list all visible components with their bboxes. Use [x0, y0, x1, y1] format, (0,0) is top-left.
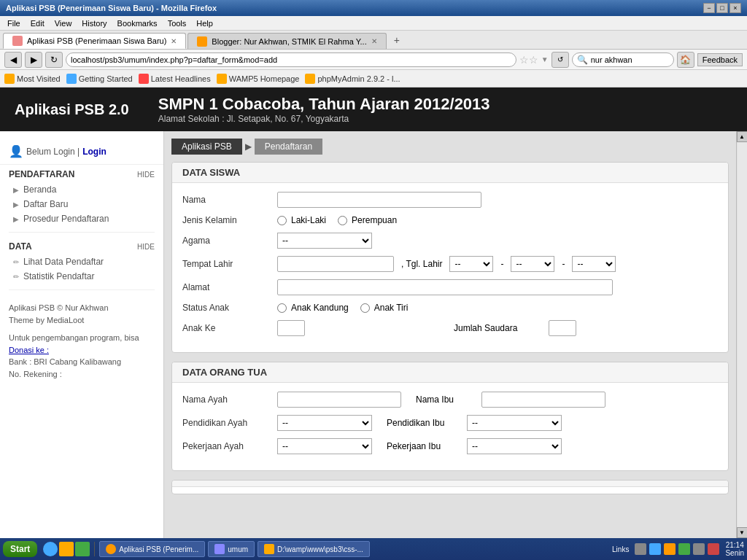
menu-bookmarks[interactable]: Bookmarks — [113, 18, 162, 29]
app-header: Aplikasi PSB 2.0 SMPN 1 Cobacoba, Tahun … — [0, 88, 747, 131]
pekerjaan-ayah-select[interactable]: -- — [277, 438, 372, 454]
menu-history[interactable]: History — [77, 18, 111, 29]
label-anak-kandung[interactable]: Anak Kandung — [291, 303, 349, 313]
sidebar: 👤 Belum Login | Login PENDAFTARAN HIDE ▶… — [0, 131, 164, 538]
pendidikan-ibu-select[interactable]: -- — [467, 415, 562, 431]
pendaftaran-hide[interactable]: HIDE — [137, 171, 155, 179]
label-anak-tiri[interactable]: Anak Tiri — [374, 303, 409, 313]
daftar-baru-icon: ▶ — [13, 201, 19, 209]
tempat-lahir-input[interactable] — [277, 256, 394, 272]
anak-ke-input[interactable] — [277, 320, 305, 336]
nama-ibu-input[interactable] — [481, 392, 605, 408]
tab-0[interactable]: Aplikasi PSB (Penerimaan Siswa Baru) ✕ — [3, 33, 186, 49]
forward-button[interactable]: ▶ — [25, 52, 42, 68]
tgl-dash-1: - — [500, 259, 503, 269]
login-link[interactable]: Login — [82, 147, 107, 157]
nama-row: Nama — [182, 192, 718, 208]
pendidikan-row: Pendidikan Ayah -- Pendidikan Ibu -- — [182, 415, 718, 431]
sidebar-item-prosedur[interactable]: ▶ Prosedur Pendaftaran — [9, 211, 155, 226]
label-laki-laki[interactable]: Laki-Laki — [291, 215, 326, 225]
url-input[interactable] — [66, 52, 516, 67]
alamat-input[interactable] — [277, 279, 613, 295]
app-title-block: SMPN 1 Cobacoba, Tahun Ajaran 2012/2013 … — [158, 95, 490, 124]
prosedur-icon: ▶ — [13, 215, 19, 223]
label-perempuan[interactable]: Perempuan — [352, 215, 397, 225]
status-anak-row: Status Anak Anak Kandung Anak Tiri — [182, 303, 718, 313]
nama-input[interactable] — [277, 192, 481, 208]
school-name: SMPN 1 Cobacoba, Tahun Ajaran 2012/2013 — [158, 95, 490, 114]
pendidikan-ibu-label: Pendidikan Ibu — [387, 418, 460, 428]
data-siswa-body: Nama Jenis Kelamin Laki-Laki Perempuan — [172, 183, 728, 352]
breadcrumb-arrow: ▶ — [245, 141, 252, 152]
back-button[interactable]: ◀ — [4, 52, 22, 68]
bookmark-getting-started[interactable]: Getting Started — [66, 74, 133, 84]
close-button[interactable]: × — [729, 3, 741, 13]
bookmark-phpmyadmin[interactable]: phpMyAdmin 2.9.2 - l... — [305, 74, 400, 84]
search-input[interactable] — [588, 55, 661, 64]
jumlah-saudara-input[interactable] — [549, 320, 576, 336]
menu-tools[interactable]: Tools — [163, 18, 191, 29]
tab-bar: Aplikasi PSB (Penerimaan Siswa Baru) ✕ B… — [0, 31, 747, 50]
radio-anak-kandung[interactable] — [277, 303, 287, 313]
tgl-dd-select[interactable]: -- — [449, 256, 493, 272]
menu-view[interactable]: View — [50, 18, 77, 29]
breadcrumb: Aplikasi PSB ▶ Pendaftaran — [171, 139, 729, 155]
tab-1[interactable]: Blogger: Nur Akhwan, STMIK El Rahma Y...… — [187, 33, 386, 49]
minimize-button[interactable]: − — [703, 3, 715, 13]
reload-button[interactable]: ↻ — [45, 52, 63, 68]
menu-help[interactable]: Help — [192, 18, 217, 29]
radio-anak-tiri[interactable] — [360, 303, 370, 313]
alamat-row: Alamat — [182, 279, 718, 295]
scroll-up-button[interactable]: ▲ — [737, 131, 748, 142]
scroll-down-button[interactable]: ▼ — [737, 527, 748, 538]
login-status-text: Belum Login | — [26, 147, 80, 157]
data-hide[interactable]: HIDE — [137, 243, 155, 251]
menu-file[interactable]: File — [3, 18, 25, 29]
pendidikan-ayah-select[interactable]: -- — [277, 415, 372, 431]
data-more-section — [171, 480, 729, 494]
menu-edit[interactable]: Edit — [26, 18, 49, 29]
refresh-button[interactable]: ↺ — [551, 52, 569, 68]
app-logo: Aplikasi PSB 2.0 — [15, 101, 129, 118]
nama-ibu-label: Nama Ibu — [416, 394, 474, 405]
jenis-kelamin-group: Laki-Laki Perempuan — [277, 215, 397, 225]
dev-text: Untuk pengembangan program, bisa — [9, 332, 155, 344]
window-controls[interactable]: − □ × — [703, 3, 741, 13]
radio-perempuan[interactable] — [338, 216, 347, 225]
agama-select[interactable]: -- — [277, 233, 372, 249]
bank-info: Bank : BRI Cabang Kalibawang — [9, 356, 155, 368]
feedback-button[interactable]: Feedback — [697, 53, 743, 66]
pekerjaan-ibu-select[interactable]: -- — [467, 438, 562, 454]
radio-laki-laki[interactable] — [277, 216, 287, 225]
data-orang-tua-body: Nama Ayah Nama Ibu Pendidikan Ayah -- Pe… — [172, 383, 728, 470]
bookmark-wamp5[interactable]: WAMP5 Homepage — [217, 74, 300, 84]
down-icon[interactable]: ▼ — [541, 55, 549, 63]
home-button[interactable]: 🏠 — [677, 52, 694, 68]
tab-1-close[interactable]: ✕ — [371, 37, 377, 45]
sidebar-section-data: DATA HIDE ✏ Lihat Data Pendaftar ✏ Stati… — [0, 237, 163, 285]
donation-link[interactable]: Donasi ke : — [9, 344, 155, 357]
sidebar-item-beranda[interactable]: ▶ Beranda — [9, 182, 155, 197]
new-tab-button[interactable]: + — [388, 33, 406, 49]
bookmark-most-visited[interactable]: Most Visited — [4, 74, 61, 84]
sidebar-item-statistik[interactable]: ✏ Statistik Pendaftar — [9, 269, 155, 284]
tab-0-close[interactable]: ✕ — [171, 37, 177, 45]
nama-ayah-input[interactable] — [277, 392, 401, 408]
bookmark-star-icon[interactable]: ☆ — [519, 54, 538, 66]
breadcrumb-pendaftaran[interactable]: Pendaftaran — [255, 139, 322, 155]
data-title: DATA — [9, 241, 32, 252]
breadcrumb-aplikasi-psb[interactable]: Aplikasi PSB — [171, 139, 242, 155]
scrollbar[interactable]: ▲ ▼ — [736, 131, 747, 538]
bookmark-latest-headlines[interactable]: Latest Headlines — [139, 74, 211, 84]
data-more-header — [172, 481, 728, 487]
data-header: DATA HIDE — [9, 241, 155, 252]
tgl-yyyy-select[interactable]: -- — [572, 256, 616, 272]
sidebar-item-daftar-baru[interactable]: ▶ Daftar Baru — [9, 197, 155, 211]
nama-label: Nama — [182, 195, 270, 205]
tgl-lahir-label: , Tgl. Lahir — [401, 259, 442, 269]
maximize-button[interactable]: □ — [716, 3, 728, 13]
pendaftaran-title: PENDAFTARAN — [9, 169, 74, 179]
tab-1-label: Blogger: Nur Akhwan, STMIK El Rahma Y... — [212, 37, 366, 46]
tgl-mm-select[interactable]: -- — [511, 256, 554, 272]
sidebar-item-lihat-data[interactable]: ✏ Lihat Data Pendaftar — [9, 254, 155, 269]
